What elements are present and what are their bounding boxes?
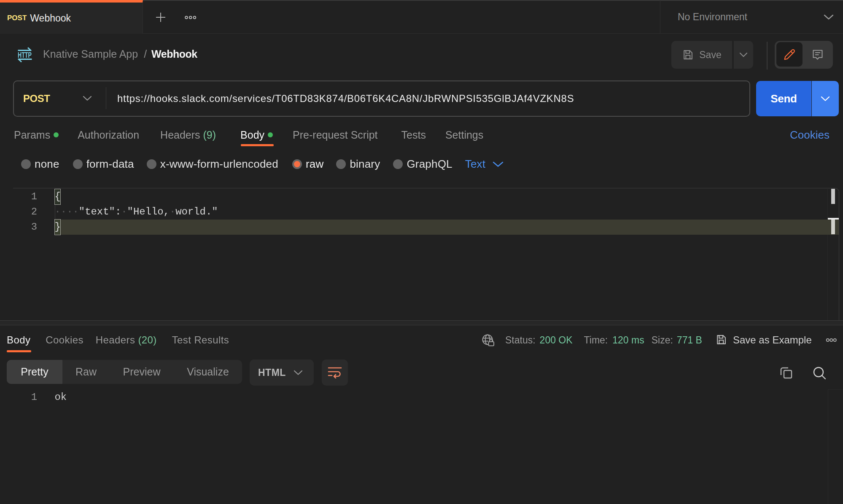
svg-text:HTTP: HTTP bbox=[18, 51, 32, 59]
